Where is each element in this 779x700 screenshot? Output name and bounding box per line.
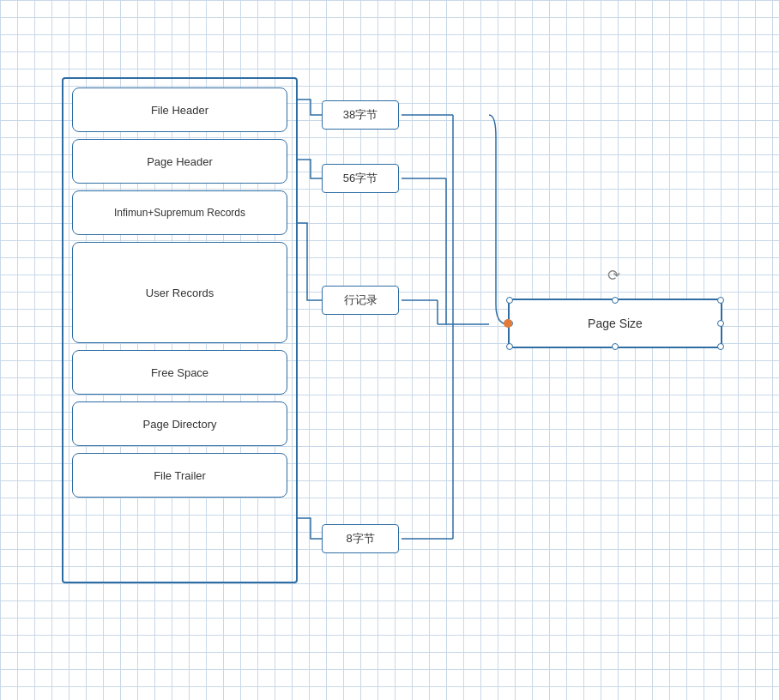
page-size-box[interactable]: Page Size bbox=[508, 299, 722, 348]
anno-38-box: 38字节 bbox=[322, 100, 399, 130]
main-structure-box: File Header Page Header Infimun+Supremum… bbox=[62, 77, 298, 583]
rotate-icon[interactable]: ⟳ bbox=[607, 266, 620, 285]
file-header-cell: File Header bbox=[72, 88, 287, 132]
free-space-label: Free Space bbox=[151, 366, 208, 379]
user-records-cell: User Records bbox=[72, 242, 287, 343]
handle-bl bbox=[506, 343, 513, 350]
page-header-cell: Page Header bbox=[72, 139, 287, 184]
anno-8-box: 8字节 bbox=[322, 524, 399, 553]
file-header-label: File Header bbox=[151, 104, 208, 117]
handle-bm bbox=[612, 343, 619, 350]
page-directory-label: Page Directory bbox=[143, 418, 217, 431]
infimun-label: Infimun+Supremum Records bbox=[114, 207, 245, 219]
anno-38-label: 38字节 bbox=[343, 107, 377, 123]
file-trailer-cell: File Trailer bbox=[72, 453, 287, 498]
handle-mr bbox=[717, 320, 724, 327]
handle-tr bbox=[717, 297, 724, 304]
file-trailer-label: File Trailer bbox=[154, 469, 206, 482]
diagram-container: File Header Page Header Infimun+Supremum… bbox=[0, 0, 779, 700]
page-header-label: Page Header bbox=[147, 155, 213, 168]
anno-row-record-box: 行记录 bbox=[322, 286, 399, 315]
orange-connector-dot bbox=[504, 319, 512, 328]
anno-56-label: 56字节 bbox=[343, 171, 377, 186]
user-records-label: User Records bbox=[146, 287, 214, 299]
page-directory-cell: Page Directory bbox=[72, 401, 287, 446]
page-size-label: Page Size bbox=[588, 317, 643, 330]
infimun-cell: Infimun+Supremum Records bbox=[72, 190, 287, 235]
handle-tl bbox=[506, 297, 513, 304]
anno-56-box: 56字节 bbox=[322, 164, 399, 193]
handle-tm bbox=[612, 297, 619, 304]
anno-row-record-label: 行记录 bbox=[344, 293, 377, 308]
anno-8-label: 8字节 bbox=[346, 531, 374, 546]
free-space-cell: Free Space bbox=[72, 350, 287, 395]
handle-br bbox=[717, 343, 724, 350]
